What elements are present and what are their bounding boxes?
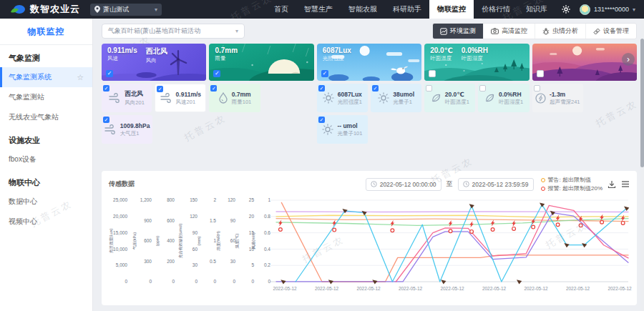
svg-text:5,000: 5,000 <box>116 262 128 267</box>
svg-text:2022-05-12: 2022-05-12 <box>608 286 632 291</box>
svg-text:20: 20 <box>249 214 255 219</box>
nav-item-services[interactable]: 智能农服 <box>341 0 385 19</box>
card-checkbox[interactable]: ✓ <box>213 70 220 77</box>
env-monitor-button[interactable]: 环境监测 <box>433 24 483 39</box>
sidebar-item-data-center[interactable]: 数据中心 <box>0 192 92 212</box>
avatar <box>580 4 590 15</box>
card-checkbox[interactable]: ✓ <box>537 70 544 77</box>
tile-checkbox[interactable]: ✓ <box>103 85 109 92</box>
date-from-input[interactable]: 2022-05-12 00:00:00 <box>366 178 441 191</box>
settings-gear-icon[interactable] <box>555 5 577 14</box>
sidebar-item-weather-station[interactable]: 气象监测站 <box>0 87 92 107</box>
svg-text:(mm): (mm) <box>197 236 201 245</box>
sidebar-section-weather: 气象监测 <box>0 45 92 67</box>
download-icon <box>608 180 616 189</box>
card-value: 西北风 <box>146 46 167 56</box>
nav-item-prices[interactable]: 价格行情 <box>474 0 518 19</box>
sensor-data-panel: 传感数据 2022-05-12 00:00:00 至 2022-05-12 23… <box>102 171 637 305</box>
star-icon[interactable]: ☆ <box>77 73 84 82</box>
tile-checkbox[interactable]: ✓ <box>318 117 325 123</box>
weather-card-light[interactable]: 6087Lux光照强度 ✓ <box>317 44 421 81</box>
nav-item-iot-monitoring[interactable]: 物联监控 <box>429 0 474 19</box>
card-label: 光照强度 <box>323 55 351 62</box>
alarm-legend: 警告: 超出限制值 报警: 超出限制值20% <box>541 176 602 192</box>
nav-items: 首页 智慧生产 智能农服 科研助手 物联监控 价格行情 知识库 131****0… <box>266 0 644 19</box>
device-icon <box>593 28 600 35</box>
sensor-tile[interactable]: ✓38umol光量子1 <box>371 84 421 112</box>
sensor-tile[interactable]: ✓0.0%RH叶面湿度1 <box>478 84 529 112</box>
wind-icon <box>104 124 117 134</box>
device-manage-button[interactable]: 设备管理 <box>585 24 636 39</box>
tile-checkbox[interactable]: ✓ <box>103 117 109 123</box>
weather-card-wind[interactable]: 0.911m/s风速 西北风风向 ✓ <box>102 44 206 81</box>
nav-item-knowledge[interactable]: 知识库 <box>518 0 555 19</box>
sidebar-item-video-center[interactable]: 视频中心 <box>0 212 92 232</box>
list-view-button[interactable] <box>621 180 630 188</box>
sidebar-item-fbox[interactable]: fbox设备 <box>0 149 92 169</box>
sensor-tile[interactable]: ✓20.0℃叶面温度1 <box>424 84 475 112</box>
user-phone: 131****0000 <box>594 6 629 13</box>
sensor-tile[interactable]: ✓0.7mm雨量101 <box>209 84 260 112</box>
weather-card-sunset[interactable]: ✓ › <box>532 44 637 81</box>
sidebar-item-weather-system[interactable]: 气象监测系统 ☆ <box>0 67 92 87</box>
chart-header: 传感数据 2022-05-12 00:00:00 至 2022-05-12 23… <box>109 176 630 192</box>
pest-analysis-button[interactable]: 虫情分析 <box>535 24 585 39</box>
card-label: 雨量 <box>215 55 238 62</box>
tile-value: -1.3m <box>550 91 580 98</box>
brand-title: 数智农业云 <box>30 3 80 16</box>
tile-checkbox[interactable]: ✓ <box>479 85 486 92</box>
station-select[interactable]: 气象百叶箱(萧山基地百叶箱活动 ▾ <box>102 24 245 39</box>
sensor-tile[interactable]: ✓-- umol光量子101 <box>317 115 368 144</box>
tile-label: 光照强度1 <box>338 99 362 106</box>
sensor-tile[interactable]: ✓西北风风向201 <box>102 84 152 112</box>
tile-checkbox[interactable]: ✓ <box>372 85 379 92</box>
tile-checkbox[interactable]: ✓ <box>210 85 217 92</box>
svg-text:90: 90 <box>192 230 198 235</box>
chart-title: 传感数据 <box>109 179 135 189</box>
sensor-tile[interactable]: ✓1009.8hPa大气压1 <box>102 115 152 144</box>
download-button[interactable] <box>608 180 616 189</box>
sensor-tile[interactable]: ✓-1.3m超声雪深241 <box>532 84 583 112</box>
sun-icon <box>323 92 334 104</box>
clock-icon <box>371 181 377 187</box>
svg-text:15,000: 15,000 <box>113 230 127 235</box>
hd-camera-button[interactable]: 高清监控 <box>483 24 535 39</box>
tool-buttons: 环境监测 高清监控 虫情分析 <box>432 23 637 39</box>
bug-icon <box>542 28 550 35</box>
date-to-input[interactable]: 2022-05-12 23:59:59 <box>458 178 534 191</box>
sensor-tile[interactable]: ✓6087Lux光照强度1 <box>317 84 368 112</box>
tile-checkbox[interactable]: ✓ <box>157 86 163 92</box>
svg-text:2: 2 <box>213 197 216 202</box>
svg-text:温度(℃): 温度(℃) <box>235 233 240 248</box>
location-label: 萧山测试 <box>103 5 129 14</box>
tile-column <box>532 115 637 144</box>
tile-checkbox[interactable]: ✓ <box>426 85 432 92</box>
tile-label: 风速201 <box>176 99 201 106</box>
card-checkbox[interactable]: ✓ <box>429 70 436 77</box>
svg-text:800: 800 <box>167 197 175 202</box>
nav-item-production[interactable]: 智慧生产 <box>296 0 341 19</box>
sidebar-section-iot-center: 物联中心 <box>0 169 92 192</box>
card-checkbox[interactable]: ✓ <box>321 70 328 77</box>
card-checkbox[interactable]: ✓ <box>106 70 113 77</box>
tile-checkbox[interactable]: ✓ <box>318 85 325 92</box>
carousel-next-button[interactable]: › <box>622 53 635 66</box>
user-menu[interactable]: 131****0000 ▾ <box>577 4 644 15</box>
sensor-tile[interactable]: ✓0.911m/s风速201 <box>155 84 206 112</box>
monitor-icon <box>440 28 447 35</box>
weather-card-leaf[interactable]: 20.0℃叶面温度 0.0%RH叶面湿度 ✓ <box>424 44 529 81</box>
tile-column: ✓0.7mm雨量101 <box>209 84 313 112</box>
svg-text:0.4: 0.4 <box>264 247 270 252</box>
nav-item-home[interactable]: 首页 <box>266 0 296 19</box>
weather-card-rain[interactable]: 0.7mm雨量 ✓ <box>209 44 313 81</box>
sidebar-title: 物联监控 <box>0 19 92 44</box>
sidebar-item-wireless-station[interactable]: 无线农业气象站 <box>0 107 92 127</box>
scrollbar-thumb[interactable] <box>640 39 644 167</box>
tile-column: ✓6087Lux光照强度1✓38umol光量子1 <box>317 84 421 112</box>
location-select[interactable]: 萧山测试 ▾ <box>90 4 162 16</box>
svg-text:0.5: 0.5 <box>210 259 216 264</box>
scrollbar-track[interactable] <box>640 19 644 311</box>
svg-text:2022-05-12: 2022-05-12 <box>315 286 339 291</box>
nav-item-research[interactable]: 科研助手 <box>385 0 429 19</box>
tile-checkbox[interactable]: ✓ <box>534 85 540 92</box>
